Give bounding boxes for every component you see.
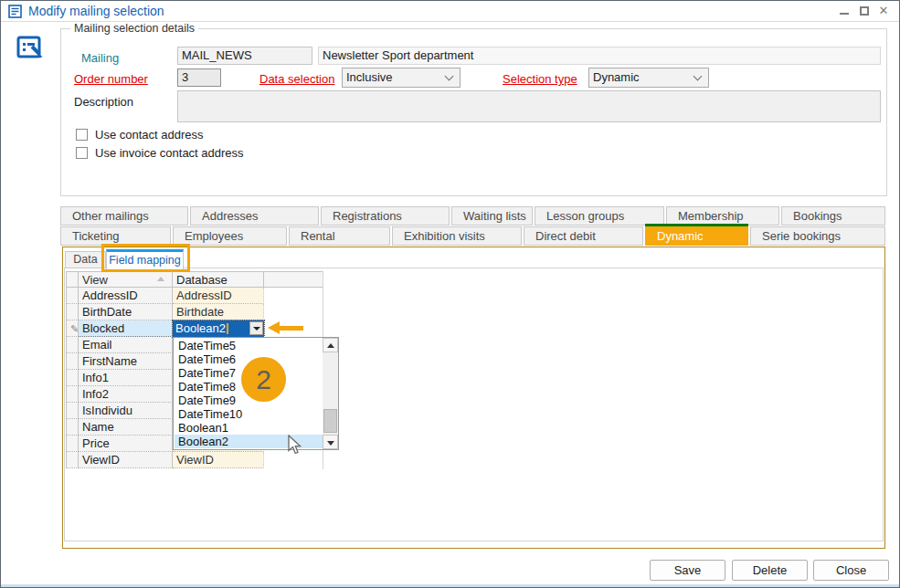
checkbox-icon[interactable] [76,129,88,141]
grid-header-database[interactable]: Database [173,271,264,288]
editor-dropdown-button[interactable] [249,321,263,335]
scrollbar-thumb[interactable] [323,409,337,433]
description-textarea[interactable] [177,90,881,122]
checkbox-icon[interactable] [76,147,88,159]
use-contact-address-checkbox[interactable]: Use contact address [76,128,304,142]
window-title: Modify mailing selection [28,4,164,18]
row-indicator [66,353,79,370]
dropdown-scrollbar[interactable] [323,338,338,449]
data-selection-label[interactable]: Data selection [259,72,334,86]
row-indicator [66,386,79,403]
row-indicator [66,288,79,304]
tab-ticketing[interactable]: Ticketing [60,226,171,246]
scroll-down-button[interactable] [323,435,338,449]
subtab-data[interactable]: Data [65,251,106,268]
scroll-up-button[interactable] [323,338,338,352]
data-selection-value: Inclusive [346,70,393,84]
grid-cell-view[interactable]: Price [79,436,173,452]
order-number-label[interactable]: Order number [74,72,148,86]
grid-cell-database[interactable]: AddressID [173,288,264,304]
tab-membership[interactable]: Membership [666,206,779,226]
save-button[interactable]: Save [650,560,725,581]
row-indicator [66,419,79,436]
tab-other-mailings[interactable]: Other mailings [60,206,188,226]
tab-rental[interactable]: Rental [289,226,390,246]
use-invoice-contact-address-checkbox[interactable]: Use invoice contact address [76,146,332,160]
order-number-field[interactable]: 3 [177,68,221,87]
sort-ascending-icon [157,277,164,281]
chevron-down-icon [445,72,454,81]
grid-cell-view[interactable]: Info1 [79,370,173,386]
selection-type-select[interactable]: Dynamic [588,68,709,88]
tab-serie-bookings[interactable]: Serie bookings [750,226,885,246]
minimize-icon[interactable] [837,4,852,18]
grid-header-indicator [66,271,79,288]
annotation-step-badge: 2 [241,357,286,402]
row-indicator [66,403,79,419]
tab-registrations[interactable]: Registrations [321,206,450,226]
grid-cell-view[interactable]: BirthDate [79,304,173,320]
row-indicator-editing: ✎ [66,320,79,337]
subtab-field-mapping[interactable]: Field mapping [106,249,184,269]
triangle-down-icon [327,441,334,446]
mailing-name-field[interactable]: Newsletter Sport department [318,47,881,65]
row-indicator [66,337,79,353]
grid-cell-view-selected[interactable]: Blocked [79,320,173,337]
editor-value: Boolean2 [175,321,226,335]
mailing-label: Mailing [81,51,119,65]
grid-cell-database[interactable]: ViewID [173,452,264,468]
text-caret [227,323,228,334]
grid-cell-view[interactable]: IsIndividu [79,403,173,419]
modify-mailing-selection-dialog: Modify mailing selection ✕ Mailing selec… [0,0,900,588]
dropdown-arrow-icon [253,327,260,331]
mouse-cursor-icon [288,435,303,456]
title-bar: Modify mailing selection ✕ [1,1,899,22]
maximize-icon[interactable] [857,4,872,18]
selection-type-value: Dynamic [593,70,640,84]
tab-addresses[interactable]: Addresses [190,206,319,226]
groupbox-legend: Mailing selection details [70,22,198,35]
data-selection-select[interactable]: Inclusive [342,68,461,88]
edit-pencil-icon: ✎ [70,323,79,334]
triangle-up-icon [327,343,334,348]
tab-exhibition-visits[interactable]: Exhibition visits [392,226,522,246]
dropdown-item[interactable]: DateTime5 [175,339,323,352]
tab-employees[interactable]: Employees [173,226,287,246]
dropdown-item[interactable]: Boolean1 [175,421,323,435]
tab-dynamic[interactable]: Dynamic [645,226,748,246]
row-indicator [66,304,79,320]
tab-waiting-lists[interactable]: Waiting lists [451,206,533,226]
grid-cell-view[interactable]: Name [79,419,173,436]
delete-button[interactable]: Delete [732,560,808,581]
close-icon[interactable]: ✕ [876,4,891,18]
annotation-arrow-shaft [279,326,303,331]
description-label: Description [74,95,133,109]
tab-lesson-groups[interactable]: Lesson groups [535,206,664,226]
grid-cell-view[interactable]: Info2 [79,386,173,403]
form-list-icon [8,5,22,18]
chevron-down-icon [694,72,703,81]
close-button[interactable]: Close [813,560,889,581]
tab-direct-debit[interactable]: Direct debit [524,226,643,246]
row-indicator [66,370,79,386]
grid-cell-view[interactable]: ViewID [79,452,173,468]
window-bottom-edge [1,584,899,587]
mailing-code-field[interactable]: MAIL_NEWS [177,47,312,65]
tab-bookings[interactable]: Bookings [781,206,885,226]
selection-type-label[interactable]: Selection type [503,72,577,86]
grid-cell-view[interactable]: Email [79,337,173,353]
grid-cell-view[interactable]: FirstName [79,353,173,370]
grid-cell-view[interactable]: AddressID [79,288,173,304]
grid-cell-database[interactable]: Birthdate [173,304,264,320]
edit-form-icon [16,34,45,63]
grid-header-view[interactable]: View [79,271,173,288]
row-indicator [66,436,79,452]
row-indicator [66,452,79,468]
grid-header-filler [264,271,323,288]
database-cell-editor[interactable]: Boolean2 [173,320,264,337]
dropdown-item[interactable]: DateTime10 [175,407,323,421]
